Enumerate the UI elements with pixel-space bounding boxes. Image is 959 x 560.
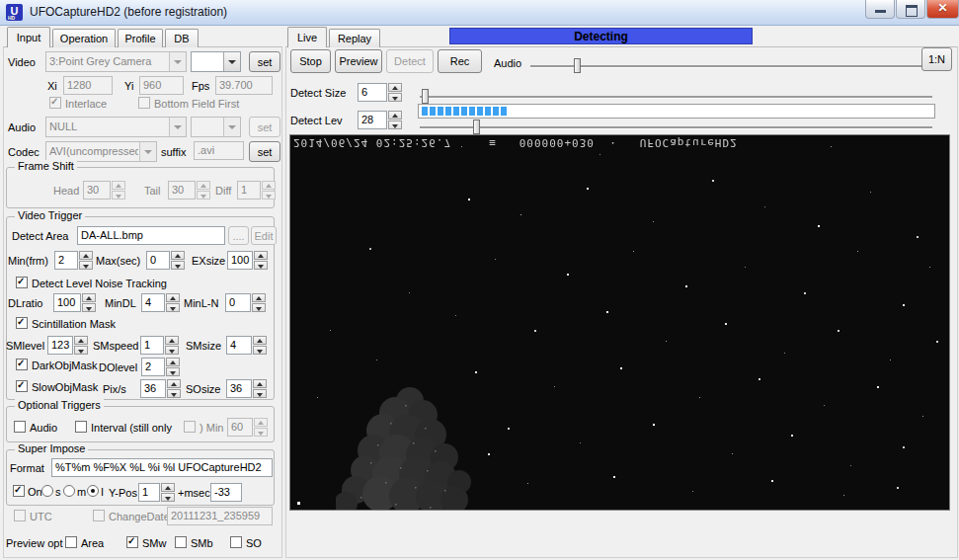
optional-triggers-title: Optional Triggers [15, 399, 104, 411]
minln-spinner[interactable]: 0 [225, 293, 266, 312]
smspeed-label: SMspeed [93, 340, 138, 352]
ratio-button[interactable]: 1:N [921, 47, 952, 71]
detect-area-field[interactable]: DA-ALL.bmp [77, 226, 225, 245]
xi-field: 1280 [63, 76, 113, 95]
format-field[interactable]: %T%m %F%X %L %i %l UFOCaptureHD2 [51, 458, 273, 477]
detect-size-slider-thumb[interactable] [422, 89, 429, 104]
tab-operation[interactable]: Operation [52, 29, 116, 47]
detect-lev-spinner[interactable]: 28 [358, 111, 402, 129]
suffix-field: .avi [194, 141, 244, 160]
interval-checkbox[interactable] [75, 421, 87, 433]
star [791, 435, 793, 437]
bottom-field-first-label: Bottom Field First [154, 98, 239, 110]
detect-lev-slider-thumb[interactable] [473, 120, 480, 134]
dlratio-spinner[interactable]: 100 [53, 293, 96, 312]
dark-obj-mask-checkbox[interactable] [16, 359, 28, 370]
pixs-label: Pix/s [103, 383, 126, 395]
interval-min-spinner: 60 [227, 418, 268, 437]
rec-button[interactable]: Rec [438, 49, 482, 73]
star [804, 292, 806, 294]
diff-label: Diff [215, 185, 231, 197]
meter-segment [453, 107, 459, 116]
preview-button[interactable]: Preview [335, 49, 382, 73]
optional-audio-checkbox[interactable] [14, 421, 26, 433]
msec-field[interactable]: -33 [210, 483, 242, 502]
audio-slider-label: Audio [494, 57, 521, 69]
utc-label: UTC [30, 511, 52, 522]
maximize-button[interactable] [896, 0, 925, 19]
chevron-down-icon[interactable] [223, 52, 240, 71]
audio-mode-combo [191, 117, 241, 137]
impose-i-radio[interactable] [87, 485, 99, 497]
msec-label: +msec [178, 487, 210, 499]
tab-input[interactable]: Input [7, 27, 50, 47]
star [633, 251, 634, 252]
impose-m-radio[interactable] [63, 485, 75, 497]
star [376, 360, 377, 360]
audio-slider-thumb[interactable] [574, 58, 581, 73]
star [527, 483, 528, 484]
audio-set-button: set [249, 117, 280, 137]
preview-smw-checkbox[interactable] [126, 536, 138, 548]
edit-button: Edit [251, 226, 277, 245]
smsize-spinner[interactable]: 4 [226, 336, 267, 355]
minln-label: MinL-N [184, 297, 218, 309]
audio-device-combo: NULL [45, 117, 187, 137]
star [850, 465, 851, 466]
dlratio-label: DLratio [8, 297, 42, 309]
codec-set-button[interactable]: set [249, 141, 280, 162]
smspeed-spinner[interactable]: 1 [140, 336, 179, 355]
noise-tracking-checkbox[interactable] [16, 277, 28, 288]
sosize-spinner[interactable]: 36 [226, 379, 267, 398]
video-set-button[interactable]: set [249, 51, 280, 72]
minimize-button[interactable] [865, 0, 895, 19]
impose-s-label: s [55, 486, 61, 498]
star [567, 274, 569, 276]
preview-smb-checkbox[interactable] [175, 536, 187, 548]
preview-so-checkbox[interactable] [230, 536, 242, 548]
detect-size-spinner[interactable]: 6 [358, 83, 402, 102]
audio-slider-track[interactable] [530, 65, 935, 67]
head-label: Head [53, 185, 79, 197]
app-icon: UHD [6, 4, 23, 21]
chevron-down-icon [139, 142, 156, 161]
smlevel-spinner[interactable]: 123 [47, 336, 88, 355]
ypos-spinner[interactable]: 1 [138, 483, 175, 502]
max-sec-spinner[interactable]: 0 [146, 251, 185, 270]
min-frm-spinner[interactable]: 2 [54, 251, 93, 270]
detect-size-slider-track[interactable] [420, 96, 932, 98]
dolevel-spinner[interactable]: 2 [141, 358, 180, 376]
preview-area-checkbox[interactable] [65, 536, 77, 548]
slow-obj-mask-checkbox[interactable] [16, 380, 28, 392]
mindl-label: MinDL [105, 297, 136, 309]
star [653, 221, 654, 222]
impose-s-radio[interactable] [41, 485, 53, 497]
chevron-down-icon [169, 52, 186, 71]
super-impose-title: Super Impose [15, 442, 88, 454]
star [685, 285, 687, 287]
star [784, 353, 785, 354]
tab-db[interactable]: DB [165, 29, 199, 47]
exsize-spinner[interactable]: 100 [227, 251, 268, 270]
stop-button[interactable]: Stop [290, 49, 331, 73]
exsize-label: EXsize [192, 255, 225, 267]
star [903, 304, 905, 306]
tab-profile[interactable]: Profile [118, 29, 163, 47]
detect-lev-label: Detect Lev [290, 115, 343, 126]
scintillation-checkbox[interactable] [16, 317, 28, 329]
pixs-spinner[interactable]: 36 [140, 379, 181, 398]
impose-on-checkbox[interactable] [13, 485, 25, 497]
detect-lev-slider-track[interactable] [420, 126, 932, 128]
status-banner: Detecting [449, 28, 753, 44]
mindl-spinner[interactable]: 4 [141, 293, 180, 312]
close-button[interactable]: ✕ [926, 0, 959, 19]
video-mode-combo[interactable] [191, 51, 241, 72]
tab-live[interactable]: Live [287, 27, 327, 47]
app-window: UHD UFOCaptureHD2 (before registration) … [0, 0, 959, 560]
fps-field: 39.700 [215, 76, 273, 95]
star [317, 397, 318, 398]
star [897, 487, 899, 489]
live-video-feed[interactable]: 2014/06/24 02:25:26.7 ≡ 000000+030 · UFO… [289, 134, 950, 511]
tab-replay[interactable]: Replay [329, 29, 380, 47]
title-bar[interactable]: UHD UFOCaptureHD2 (before registration) … [0, 0, 959, 26]
